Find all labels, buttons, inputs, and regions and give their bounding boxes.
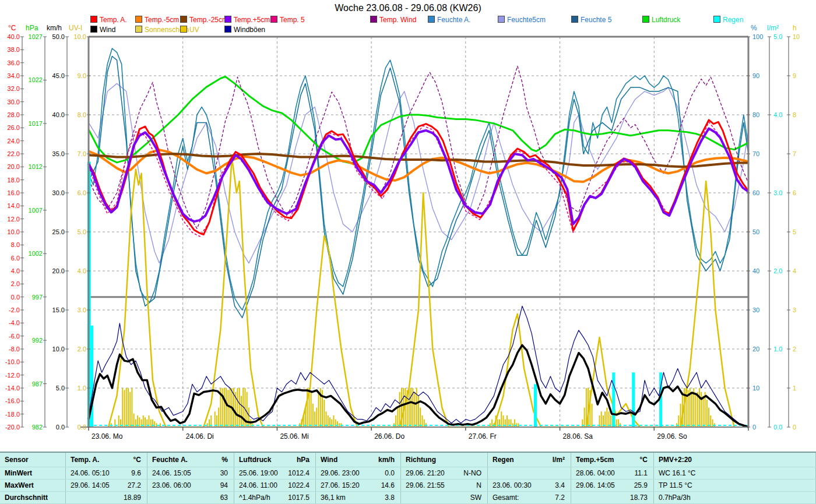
cell-text: 0.7hPa/3h: [659, 492, 691, 503]
cell-text: 24.06. 11:00: [239, 480, 277, 491]
cell-value: 3.4: [555, 480, 565, 491]
axis-label: l/m²: [767, 24, 779, 32]
axis-label: -18.0: [5, 411, 20, 418]
cell-value: 3.8: [385, 492, 395, 503]
axis-label: 1.0: [78, 385, 86, 392]
table-cell: 29.06. 23:000.0: [316, 467, 401, 479]
table-cell: TP 11.5 °C: [654, 480, 816, 491]
axis-label: 16.0: [8, 189, 20, 196]
axis-label: 100: [752, 33, 763, 40]
cell-text: ^1.4hPa/h: [239, 492, 270, 503]
axis-label: °C: [8, 24, 16, 32]
cell-value: 7.2: [555, 492, 565, 503]
stats-row-minwert: MinWert24.06. 05:109.624.06. 15:053025.0…: [0, 467, 816, 480]
axis-label: hPa: [26, 24, 38, 32]
axis-label: h: [793, 24, 797, 32]
axis-label: 1017: [29, 120, 43, 127]
axis-label: 8.0: [78, 111, 86, 118]
cell-text: Regen: [493, 453, 514, 467]
table-cell: 29.06. 14:0527.2: [66, 480, 147, 491]
axis-label: 35.0: [52, 150, 65, 157]
table-cell: Temp. A.°C: [66, 453, 147, 467]
row-label: MinWert: [0, 469, 32, 477]
axis-label: 1.0: [773, 346, 782, 353]
axis-label: 8.0: [11, 241, 20, 248]
axis-label: 50: [752, 228, 759, 235]
axis-label: 29.06. So: [657, 432, 687, 440]
table-cell: 23.06. 06:0094: [147, 480, 234, 491]
axis-label: 1027: [29, 33, 43, 40]
cell-text: 24.06. 05:10: [71, 467, 110, 479]
cell-text: Gesamt:: [493, 492, 519, 503]
axis-label: -14.0: [5, 385, 20, 392]
table-cell: 36,1 km3.8: [316, 492, 401, 503]
cell-text: TP 11.5 °C: [659, 480, 692, 491]
axis-label: 10.0: [74, 33, 86, 40]
cell-text: 28.06. 04:00: [576, 467, 615, 479]
axis-label: 20.0: [8, 163, 20, 170]
cell-value: 0.0: [385, 467, 395, 479]
axis-label: 6.0: [78, 189, 86, 196]
cell-value: 1022.4: [288, 480, 309, 491]
cell-value: SW: [470, 492, 481, 503]
axis-label: 3.0: [78, 306, 86, 313]
axis-label: 4.0: [773, 111, 782, 118]
table-cell: 27.06. 15:2014.6: [316, 480, 401, 491]
table-cell: SW: [401, 492, 488, 503]
cell-value: 25.9: [634, 480, 648, 491]
axis-label: km/h: [47, 24, 62, 32]
axis-label: 0: [752, 424, 756, 431]
axis-label: 28.06. Sa: [563, 432, 593, 440]
cell-text: 29.06. 14:05: [576, 480, 615, 491]
axis-label: 26.0: [8, 124, 20, 131]
cell-text: Richtung: [406, 453, 436, 467]
axis-label: 3: [793, 306, 796, 313]
axis-label: 60: [752, 189, 759, 196]
cell-value: 18.89: [124, 492, 141, 503]
axis-label: 27.06. Fr: [469, 432, 497, 440]
cell-text: 29.06. 14:05: [71, 480, 110, 491]
axis-label: 25.06. Mi: [280, 432, 308, 440]
cell-value: 30: [220, 467, 228, 479]
stats-row-durchschnitt: Durchschnitt18.8963^1.4hPa/h1017.536,1 k…: [0, 492, 816, 504]
axis-label: 5.0: [773, 33, 782, 40]
cell-text: Feuchte A.: [152, 453, 188, 467]
axis-label: 8: [793, 111, 796, 118]
cell-value: 18.73: [630, 492, 648, 503]
cell-value: °C: [640, 453, 648, 467]
table-cell: Durchschnitt: [0, 492, 66, 503]
axis-label: 0: [793, 424, 796, 431]
table-cell: [488, 467, 571, 479]
axis-label: 40: [752, 267, 759, 274]
axis-label: 2.0: [11, 280, 20, 287]
axis-label: 10.0: [52, 346, 65, 353]
axis-label: -2.0: [9, 306, 20, 313]
axis-label: 5: [793, 228, 796, 235]
cell-value: 27.2: [128, 480, 141, 491]
table-cell: MinWert: [0, 467, 66, 479]
axis-label: -12.0: [5, 372, 20, 379]
axis-label: -20.0: [5, 424, 20, 431]
axis-label: 0.0: [78, 424, 86, 431]
cell-value: 1012.4: [288, 467, 309, 479]
cell-value: l/m²: [553, 453, 565, 467]
axis-label: 20.0: [52, 267, 65, 274]
axis-label: 80: [752, 111, 759, 118]
cell-text: 29.06. 21:20: [406, 467, 445, 479]
axis-label: 10.0: [8, 228, 20, 235]
cell-text: 23.06. 06:00: [152, 480, 191, 491]
table-cell: Sensor: [0, 453, 66, 467]
axis-label: 45.0: [52, 72, 65, 79]
cell-text: WC 16.1 °C: [659, 467, 695, 479]
axis-label: -4.0: [9, 319, 20, 326]
cell-text: Sensor: [5, 453, 29, 467]
table-cell: 29.06. 21:20N-NO: [401, 467, 488, 479]
axis-label: 32.0: [8, 85, 20, 92]
cell-text: 23.06. 00:30: [493, 480, 532, 491]
axis-label: 24.0: [8, 138, 20, 144]
axis-label: 9.0: [78, 72, 86, 79]
cell-value: %: [221, 453, 228, 467]
table-cell: 0.7hPa/3h: [654, 492, 816, 503]
axis-label: 25.0: [52, 228, 65, 235]
table-cell: Feuchte A.%: [147, 453, 234, 467]
